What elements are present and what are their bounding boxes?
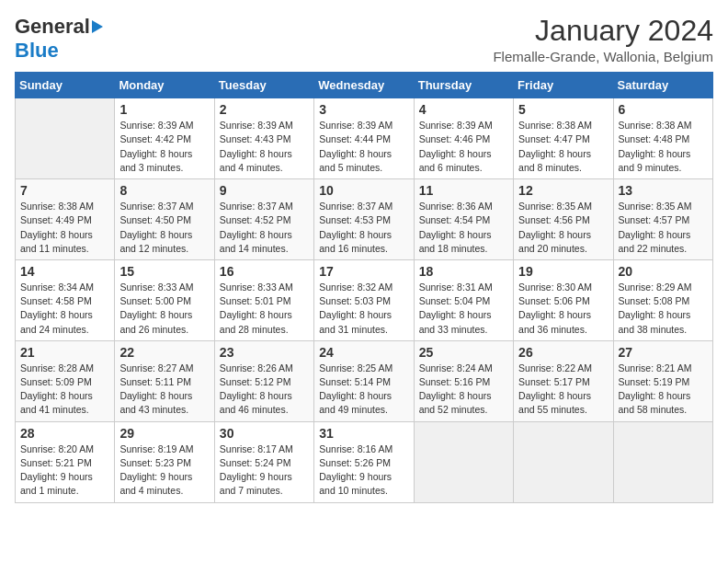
- day-header-saturday: Saturday: [613, 73, 712, 98]
- day-number: 15: [119, 264, 209, 279]
- day-number: 5: [518, 102, 608, 117]
- month-title: January 2024: [493, 15, 713, 47]
- calendar-cell: 12Sunrise: 8:35 AMSunset: 4:56 PMDayligh…: [514, 179, 613, 260]
- day-info: Sunrise: 8:37 AMSunset: 4:50 PMDaylight:…: [119, 200, 209, 256]
- days-header-row: SundayMondayTuesdayWednesdayThursdayFrid…: [16, 73, 713, 98]
- day-info: Sunrise: 8:33 AMSunset: 5:01 PMDaylight:…: [220, 281, 309, 337]
- day-number: 23: [220, 345, 309, 360]
- day-info: Sunrise: 8:37 AMSunset: 4:52 PMDaylight:…: [220, 200, 309, 256]
- location-title: Flemalle-Grande, Wallonia, Belgium: [493, 49, 713, 64]
- day-info: Sunrise: 8:38 AMSunset: 4:48 PMDaylight:…: [619, 119, 708, 175]
- calendar-cell: 16Sunrise: 8:33 AMSunset: 5:01 PMDayligh…: [214, 259, 313, 340]
- day-info: Sunrise: 8:39 AMSunset: 4:42 PMDaylight:…: [119, 119, 209, 175]
- calendar-cell: 26Sunrise: 8:22 AMSunset: 5:17 PMDayligh…: [514, 340, 613, 421]
- calendar-cell: 17Sunrise: 8:32 AMSunset: 5:03 PMDayligh…: [314, 259, 414, 340]
- day-number: 1: [119, 102, 209, 117]
- day-info: Sunrise: 8:39 AMSunset: 4:46 PMDaylight:…: [419, 119, 508, 175]
- day-header-thursday: Thursday: [414, 73, 513, 98]
- day-info: Sunrise: 8:35 AMSunset: 4:56 PMDaylight:…: [518, 200, 608, 256]
- calendar-cell: 20Sunrise: 8:29 AMSunset: 5:08 PMDayligh…: [613, 259, 712, 340]
- day-number: 14: [20, 264, 109, 279]
- calendar-cell: 24Sunrise: 8:25 AMSunset: 5:14 PMDayligh…: [314, 340, 414, 421]
- title-block: January 2024 Flemalle-Grande, Wallonia, …: [493, 15, 713, 64]
- day-info: Sunrise: 8:19 AMSunset: 5:23 PMDaylight:…: [119, 442, 209, 499]
- calendar-cell: [414, 421, 513, 502]
- day-info: Sunrise: 8:29 AMSunset: 5:08 PMDaylight:…: [619, 281, 708, 337]
- day-number: 16: [220, 264, 309, 279]
- day-number: 30: [220, 426, 309, 441]
- calendar-cell: 23Sunrise: 8:26 AMSunset: 5:12 PMDayligh…: [214, 340, 313, 421]
- day-info: Sunrise: 8:33 AMSunset: 5:00 PMDaylight:…: [119, 281, 209, 337]
- day-number: 17: [319, 264, 408, 279]
- page-header: General Blue January 2024 Flemalle-Grand…: [15, 15, 713, 64]
- calendar-cell: 9Sunrise: 8:37 AMSunset: 4:52 PMDaylight…: [214, 179, 313, 260]
- calendar-cell: 8Sunrise: 8:37 AMSunset: 4:50 PMDaylight…: [115, 179, 214, 260]
- day-info: Sunrise: 8:17 AMSunset: 5:24 PMDaylight:…: [220, 442, 309, 499]
- day-number: 9: [220, 183, 309, 198]
- day-number: 31: [319, 426, 408, 441]
- logo-arrow-icon: [92, 20, 103, 33]
- day-number: 20: [619, 264, 708, 279]
- day-info: Sunrise: 8:36 AMSunset: 4:54 PMDaylight:…: [419, 200, 508, 256]
- day-info: Sunrise: 8:25 AMSunset: 5:14 PMDaylight:…: [319, 362, 408, 418]
- week-row-4: 21Sunrise: 8:28 AMSunset: 5:09 PMDayligh…: [16, 340, 713, 421]
- day-info: Sunrise: 8:27 AMSunset: 5:11 PMDaylight:…: [119, 362, 209, 418]
- day-info: Sunrise: 8:38 AMSunset: 4:49 PMDaylight:…: [20, 200, 109, 256]
- calendar-cell: 18Sunrise: 8:31 AMSunset: 5:04 PMDayligh…: [414, 259, 513, 340]
- calendar-cell: 19Sunrise: 8:30 AMSunset: 5:06 PMDayligh…: [514, 259, 613, 340]
- calendar-cell: 13Sunrise: 8:35 AMSunset: 4:57 PMDayligh…: [613, 179, 712, 260]
- day-header-friday: Friday: [514, 73, 613, 98]
- calendar-cell: 31Sunrise: 8:16 AMSunset: 5:26 PMDayligh…: [314, 421, 414, 502]
- calendar-cell: 22Sunrise: 8:27 AMSunset: 5:11 PMDayligh…: [115, 340, 214, 421]
- calendar-cell: 2Sunrise: 8:39 AMSunset: 4:43 PMDaylight…: [214, 98, 313, 179]
- day-number: 6: [619, 102, 708, 117]
- calendar-table: SundayMondayTuesdayWednesdayThursdayFrid…: [15, 72, 713, 502]
- calendar-cell: 28Sunrise: 8:20 AMSunset: 5:21 PMDayligh…: [16, 421, 115, 502]
- calendar-cell: [16, 98, 115, 179]
- day-number: 12: [518, 183, 608, 198]
- calendar-cell: [514, 421, 613, 502]
- calendar-cell: 11Sunrise: 8:36 AMSunset: 4:54 PMDayligh…: [414, 179, 513, 260]
- day-number: 26: [518, 345, 608, 360]
- calendar-cell: 4Sunrise: 8:39 AMSunset: 4:46 PMDaylight…: [414, 98, 513, 179]
- week-row-1: 1Sunrise: 8:39 AMSunset: 4:42 PMDaylight…: [16, 98, 713, 179]
- logo: General Blue: [15, 15, 103, 63]
- day-header-wednesday: Wednesday: [314, 73, 414, 98]
- calendar-cell: 3Sunrise: 8:39 AMSunset: 4:44 PMDaylight…: [314, 98, 414, 179]
- day-info: Sunrise: 8:31 AMSunset: 5:04 PMDaylight:…: [419, 281, 508, 337]
- calendar-cell: 6Sunrise: 8:38 AMSunset: 4:48 PMDaylight…: [613, 98, 712, 179]
- day-info: Sunrise: 8:21 AMSunset: 5:19 PMDaylight:…: [619, 362, 708, 418]
- day-number: 8: [119, 183, 209, 198]
- day-number: 13: [619, 183, 708, 198]
- day-number: 2: [220, 102, 309, 117]
- day-number: 18: [419, 264, 508, 279]
- calendar-cell: 5Sunrise: 8:38 AMSunset: 4:47 PMDaylight…: [514, 98, 613, 179]
- calendar-cell: 10Sunrise: 8:37 AMSunset: 4:53 PMDayligh…: [314, 179, 414, 260]
- day-number: 24: [319, 345, 408, 360]
- calendar-cell: 1Sunrise: 8:39 AMSunset: 4:42 PMDaylight…: [115, 98, 214, 179]
- day-number: 29: [119, 426, 209, 441]
- calendar-cell: 14Sunrise: 8:34 AMSunset: 4:58 PMDayligh…: [16, 259, 115, 340]
- day-info: Sunrise: 8:30 AMSunset: 5:06 PMDaylight:…: [518, 281, 608, 337]
- day-info: Sunrise: 8:26 AMSunset: 5:12 PMDaylight:…: [220, 362, 309, 418]
- day-info: Sunrise: 8:37 AMSunset: 4:53 PMDaylight:…: [319, 200, 408, 256]
- day-number: 25: [419, 345, 508, 360]
- day-info: Sunrise: 8:28 AMSunset: 5:09 PMDaylight:…: [20, 362, 109, 418]
- week-row-5: 28Sunrise: 8:20 AMSunset: 5:21 PMDayligh…: [16, 421, 713, 502]
- day-header-sunday: Sunday: [16, 73, 115, 98]
- day-number: 7: [20, 183, 109, 198]
- day-info: Sunrise: 8:39 AMSunset: 4:43 PMDaylight:…: [220, 119, 309, 175]
- day-info: Sunrise: 8:38 AMSunset: 4:47 PMDaylight:…: [518, 119, 608, 175]
- day-number: 3: [319, 102, 408, 117]
- calendar-cell: 30Sunrise: 8:17 AMSunset: 5:24 PMDayligh…: [214, 421, 313, 502]
- calendar-cell: 7Sunrise: 8:38 AMSunset: 4:49 PMDaylight…: [16, 179, 115, 260]
- day-info: Sunrise: 8:22 AMSunset: 5:17 PMDaylight:…: [518, 362, 608, 418]
- calendar-cell: 25Sunrise: 8:24 AMSunset: 5:16 PMDayligh…: [414, 340, 513, 421]
- day-header-monday: Monday: [115, 73, 214, 98]
- day-number: 19: [518, 264, 608, 279]
- day-number: 21: [20, 345, 109, 360]
- day-info: Sunrise: 8:39 AMSunset: 4:44 PMDaylight:…: [319, 119, 408, 175]
- day-number: 11: [419, 183, 508, 198]
- day-info: Sunrise: 8:24 AMSunset: 5:16 PMDaylight:…: [419, 362, 508, 418]
- day-number: 10: [319, 183, 408, 198]
